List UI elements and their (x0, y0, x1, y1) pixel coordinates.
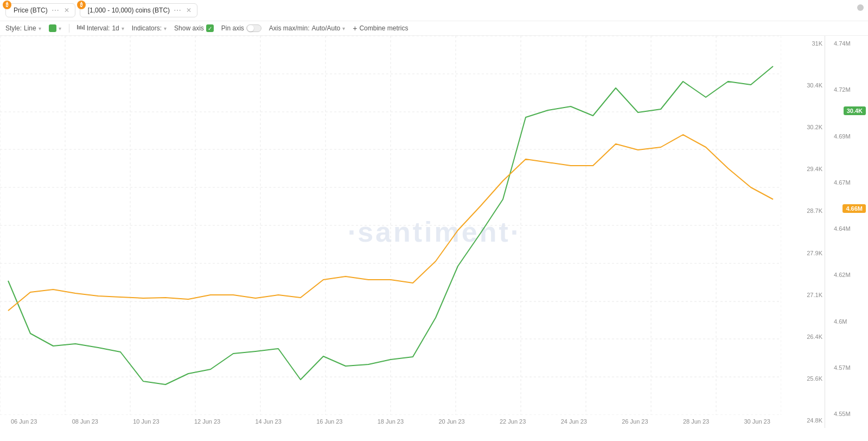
x-axis-label: 26 Jun 23 (622, 418, 648, 425)
x-axis-label: 10 Jun 23 (133, 418, 159, 425)
chart-toolbar: Style: Line ▾ ▾ Interval: 1d ▾ Indicator… (0, 21, 868, 36)
x-axis-label: 28 Jun 23 (683, 418, 709, 425)
svg-rect-1 (79, 26, 80, 29)
pin-axis-toggle[interactable] (246, 24, 261, 32)
metric-pills-bar: ₿ Price (BTC) ⋯ ✕ ₿ [1,000 - 10,000) coi… (0, 0, 868, 21)
interval-chevron-icon: ▾ (122, 26, 124, 32)
x-axis-label: 24 Jun 23 (561, 418, 587, 425)
chart-area: ·santiment· 31K30.4K30.2K29.4K28.7K27.9K… (0, 36, 868, 428)
metric-pill-price-label: Price (BTC) (10, 7, 48, 14)
y-axis-right-label: 4.67M (834, 179, 851, 186)
y-axis-right-label: 4.55M (834, 411, 851, 417)
x-axis-label: 08 Jun 23 (72, 418, 98, 425)
axis-max-min-value: Auto/Auto (312, 24, 341, 32)
y-axis-left-label: 25.6K (792, 375, 825, 382)
metric-pill-coins: ₿ [1,000 - 10,000) coins (BTC) ⋯ ✕ (80, 3, 197, 17)
metric-pill-price: ₿ Price (BTC) ⋯ ✕ (5, 3, 75, 17)
y-axis-left-label: 26.4K (792, 333, 825, 340)
y-axis-left-label: 30.2K (792, 124, 825, 130)
metric-pill-coins-label: [1,000 - 10,000) coins (BTC) (85, 7, 170, 14)
y-axis-left-label: 27.9K (792, 250, 825, 256)
y-axis-right-label: 4.57M (834, 364, 851, 371)
y-axis-right-label: 4.62M (834, 272, 851, 278)
btc-icon-price: ₿ (3, 1, 11, 9)
pin-axis-toggle-knob (247, 25, 254, 32)
y-axis-right: 4.74M4.72M4.69M4.67M4.64M4.62M4.6M4.57M4… (825, 36, 868, 428)
y-axis-right-label: 4.64M (834, 225, 851, 232)
indicators-selector[interactable]: Indicators: ▾ (132, 24, 167, 32)
combine-metrics-button[interactable]: + Combine metrics (353, 24, 408, 33)
svg-rect-2 (80, 26, 81, 29)
combine-plus-icon: + (353, 24, 357, 33)
x-axis-label: 16 Jun 23 (316, 418, 342, 425)
color-picker[interactable]: ▾ (49, 24, 61, 32)
y-axis-left-label: 28.7K (792, 207, 825, 214)
metric-pill-price-close[interactable]: ✕ (63, 7, 71, 14)
current-price-green-label: 30.4K (844, 106, 866, 115)
pin-axis-label: Pin axis (221, 24, 244, 32)
indicators-chevron-icon: ▾ (164, 26, 167, 32)
x-axis-label: 22 Jun 23 (500, 418, 526, 425)
y-axis-left-label: 30.4K (792, 82, 825, 89)
interval-icon (77, 25, 85, 32)
y-axis-left-label: 29.4K (792, 166, 825, 172)
axis-max-min-selector[interactable]: Axis max/min: Auto/Auto ▾ (269, 24, 345, 32)
axis-max-min-chevron-icon: ▾ (342, 26, 345, 32)
interval-selector[interactable]: Interval: 1d ▾ (77, 24, 124, 32)
btc-icon-coins: ₿ (77, 1, 86, 9)
x-axis-label: 06 Jun 23 (11, 418, 37, 425)
style-value: Line (24, 24, 36, 32)
style-chevron-icon: ▾ (39, 26, 41, 32)
show-axis-control[interactable]: Show axis ✓ (174, 24, 214, 32)
current-price-yellow-label: 4.66M (843, 204, 866, 213)
style-selector[interactable]: Style: Line ▾ (5, 24, 41, 32)
indicators-label: Indicators: (132, 24, 162, 32)
x-axis: 06 Jun 2308 Jun 2310 Jun 2312 Jun 2314 J… (0, 415, 781, 428)
pin-axis-control[interactable]: Pin axis (221, 24, 261, 32)
metric-pill-coins-more[interactable]: ⋯ (173, 6, 182, 15)
y-axis-right-values: 4.74M4.72M4.69M4.67M4.64M4.62M4.6M4.57M4… (829, 40, 868, 419)
y-axis-right-label: 4.69M (834, 133, 851, 140)
x-axis-label: 30 Jun 23 (744, 418, 770, 425)
show-axis-label: Show axis (174, 24, 204, 32)
y-axis-right-label: 4.6M (834, 318, 847, 325)
metric-pill-price-more[interactable]: ⋯ (50, 6, 60, 15)
svg-rect-4 (84, 25, 85, 30)
y-axis-left: 31K30.4K30.2K29.4K28.7K27.9K27.1K26.4K25… (792, 36, 825, 428)
interval-label: Interval: (87, 24, 110, 32)
metric-pill-coins-close[interactable]: ✕ (185, 7, 193, 14)
y-axis-right-label: 4.74M (834, 40, 851, 47)
combine-metrics-label: Combine metrics (359, 24, 408, 32)
y-axis-left-label: 27.1K (792, 292, 825, 298)
show-axis-checkbox[interactable]: ✓ (206, 24, 214, 32)
color-swatch-icon (49, 24, 56, 32)
chart-svg (0, 36, 781, 415)
top-right-indicator (857, 4, 864, 11)
x-axis-label: 14 Jun 23 (256, 418, 282, 425)
y-axis-left-label: 31K (792, 40, 825, 47)
x-axis-label: 20 Jun 23 (438, 418, 464, 425)
svg-rect-3 (82, 27, 83, 29)
x-axis-label: 18 Jun 23 (378, 418, 404, 425)
axis-max-min-label: Axis max/min: (269, 24, 310, 32)
color-chevron-icon: ▾ (59, 26, 61, 32)
x-axis-label: 12 Jun 23 (194, 418, 220, 425)
y-axis-left-label: 24.8K (792, 417, 825, 424)
style-label: Style: (5, 24, 22, 32)
svg-rect-0 (77, 25, 78, 29)
toolbar-divider-1 (69, 24, 69, 33)
interval-value: 1d (112, 24, 119, 32)
y-axis-right-label: 4.72M (834, 86, 851, 93)
